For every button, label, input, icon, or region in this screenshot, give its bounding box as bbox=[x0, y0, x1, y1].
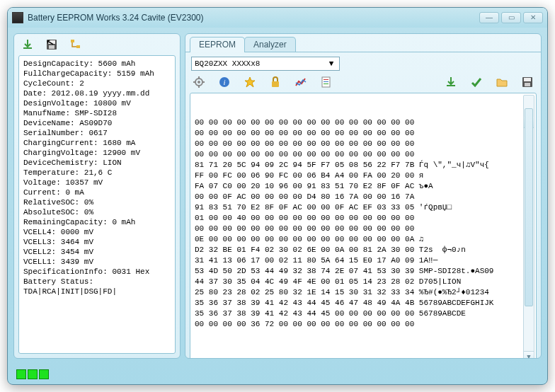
dropdown-value: BQ20ZXX XXXXx8 bbox=[195, 59, 260, 68]
svg-rect-3 bbox=[49, 45, 55, 49]
star-icon[interactable] bbox=[242, 74, 258, 90]
chip-select-dropdown[interactable]: BQ20ZXX XXXXx8 ▼ bbox=[191, 57, 340, 71]
tree-icon[interactable] bbox=[68, 37, 84, 52]
save-icon[interactable] bbox=[520, 74, 535, 90]
window-title: Battery EEPROM Works 3.24 Cavite (EV2300… bbox=[28, 13, 477, 23]
scroll-thumb[interactable] bbox=[525, 108, 533, 306]
gear-icon[interactable] bbox=[191, 74, 207, 90]
maximize-button[interactable]: ▭ bbox=[501, 12, 521, 23]
close-button[interactable]: ✕ bbox=[523, 12, 543, 23]
chart-icon[interactable] bbox=[293, 74, 309, 90]
client-area: DesignCapacity: 5600 mAh FullChargeCapac… bbox=[8, 28, 547, 384]
app-icon bbox=[12, 12, 23, 23]
chevron-down-icon: ▼ bbox=[326, 59, 336, 68]
svg-rect-23 bbox=[525, 83, 530, 86]
vertical-scrollbar[interactable]: ▲ ▼ bbox=[523, 95, 534, 359]
svg-rect-0 bbox=[23, 47, 32, 49]
titlebar: Battery EEPROM Works 3.24 Cavite (EV2300… bbox=[8, 8, 547, 28]
download-icon[interactable] bbox=[20, 37, 35, 52]
tab-body: BQ20ZXX XXXXx8 ▼ i bbox=[185, 52, 541, 359]
hex-content: 00 00 00 00 00 00 00 00 00 00 00 00 00 0… bbox=[195, 117, 532, 330]
open-icon[interactable] bbox=[494, 74, 510, 90]
right-toolbar: i bbox=[185, 72, 541, 93]
svg-rect-15 bbox=[272, 81, 279, 87]
svg-rect-2 bbox=[48, 40, 55, 44]
svg-rect-4 bbox=[71, 40, 74, 42]
battery-info: DesignCapacity: 5600 mAh FullChargeCapac… bbox=[18, 55, 176, 354]
tab-eeprom[interactable]: EEPROM bbox=[190, 37, 245, 52]
tab-analyzer[interactable]: Analyzer bbox=[244, 37, 296, 52]
svg-rect-19 bbox=[324, 83, 328, 84]
document-icon[interactable] bbox=[319, 74, 334, 90]
download-icon[interactable] bbox=[443, 74, 459, 90]
hex-view[interactable]: 00 00 00 00 00 00 00 00 00 00 00 00 00 0… bbox=[190, 93, 537, 359]
app-window: Battery EEPROM Works 3.24 Cavite (EV2300… bbox=[7, 7, 548, 385]
svg-rect-18 bbox=[324, 81, 328, 82]
left-toolbar bbox=[14, 34, 180, 55]
lock-icon[interactable] bbox=[268, 74, 283, 90]
svg-rect-5 bbox=[76, 45, 80, 48]
status-led bbox=[16, 369, 26, 379]
statusbar bbox=[13, 367, 542, 381]
window-controls: — ▭ ✕ bbox=[477, 12, 543, 23]
tab-strip: EEPROM Analyzer bbox=[185, 34, 541, 52]
status-led bbox=[39, 369, 49, 379]
svg-text:i: i bbox=[223, 78, 225, 86]
svg-rect-17 bbox=[324, 79, 328, 80]
info-icon[interactable]: i bbox=[217, 74, 232, 90]
save-icon[interactable] bbox=[44, 37, 59, 52]
minimize-button[interactable]: — bbox=[479, 12, 499, 23]
svg-rect-22 bbox=[524, 78, 531, 81]
svg-rect-20 bbox=[447, 85, 455, 86]
info-panel: DesignCapacity: 5600 mAh FullChargeCapac… bbox=[13, 33, 181, 359]
svg-point-7 bbox=[198, 81, 200, 83]
check-icon[interactable] bbox=[469, 74, 484, 90]
svg-marker-14 bbox=[245, 77, 255, 87]
status-led bbox=[28, 369, 38, 379]
hex-panel: EEPROM Analyzer BQ20ZXX XXXXx8 ▼ i bbox=[185, 33, 542, 359]
scroll-down-arrow[interactable]: ▼ bbox=[524, 351, 534, 359]
